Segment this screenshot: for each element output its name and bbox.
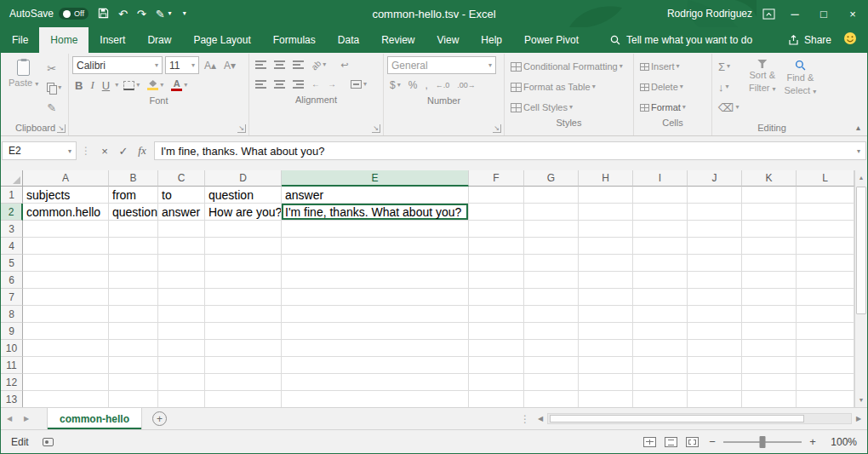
cell-I13[interactable] [633, 391, 688, 407]
cell-L11[interactable] [797, 357, 854, 374]
cell-F3[interactable] [469, 221, 524, 238]
cell-C2[interactable]: answer [158, 204, 205, 221]
cell-J1[interactable] [688, 187, 742, 204]
cell-styles-button[interactable]: Cell Styles▾ [508, 99, 630, 116]
normal-view-button[interactable] [643, 437, 656, 447]
cell-J7[interactable] [688, 289, 742, 306]
clear-dropdown-icon[interactable]: ▾ [735, 104, 739, 111]
formula-bar-expand-icon[interactable]: ▾ [857, 147, 865, 155]
increase-decimal-button[interactable]: ←.0 [433, 77, 453, 94]
cell-L13[interactable] [797, 391, 854, 407]
horizontal-scrollbar[interactable]: ◀ ▶ [534, 408, 867, 429]
merge-center-dropdown-icon[interactable]: ▾ [363, 81, 367, 88]
autosum-button[interactable]: Σ▾ [716, 58, 743, 75]
font-family-combo[interactable]: Calibri ▾ [72, 56, 163, 74]
row-header-1[interactable]: 1 [1, 187, 23, 204]
column-header-I[interactable]: I [633, 170, 688, 187]
cell-L9[interactable] [797, 323, 854, 340]
scroll-right-icon[interactable]: ▶ [852, 415, 865, 422]
cell-J9[interactable] [688, 323, 742, 340]
cell-H8[interactable] [579, 306, 633, 323]
cell-J4[interactable] [688, 238, 742, 255]
new-sheet-button[interactable]: + [152, 411, 167, 426]
cell-H11[interactable] [579, 357, 633, 374]
scroll-up-icon[interactable]: ▲ [855, 170, 867, 185]
cell-K5[interactable] [742, 255, 797, 272]
row-header-12[interactable]: 12 [1, 374, 23, 391]
cell-H13[interactable] [579, 391, 633, 407]
cell-A6[interactable] [23, 272, 109, 289]
save-icon[interactable] [98, 8, 109, 20]
currency-format-button[interactable]: $▾ [387, 77, 403, 94]
sort-filter-button[interactable]: Sort & Filter ▾ [746, 56, 779, 121]
cell-F2[interactable] [469, 204, 524, 221]
column-header-D[interactable]: D [205, 170, 282, 187]
cell-K2[interactable] [742, 204, 797, 221]
tab-formulas[interactable]: Formulas [262, 27, 327, 53]
cell-I2[interactable] [633, 204, 688, 221]
cell-H1[interactable] [579, 187, 633, 204]
align-top-button[interactable] [253, 56, 269, 73]
cell-G2[interactable] [524, 204, 579, 221]
cell-C13[interactable] [158, 391, 205, 407]
paste-dropdown-icon[interactable]: ▾ [35, 80, 38, 88]
row-header-6[interactable]: 6 [1, 272, 23, 289]
bold-button[interactable]: B [72, 77, 85, 94]
cell-I4[interactable] [633, 238, 688, 255]
cell-H6[interactable] [579, 272, 633, 289]
format-as-table-button[interactable]: Format as Table▾ [508, 78, 630, 95]
cell-I7[interactable] [633, 289, 688, 306]
zoom-level[interactable]: 100% [826, 436, 857, 448]
tab-home[interactable]: Home [39, 27, 89, 53]
wrap-text-button[interactable]: ↩ [338, 56, 351, 73]
clipboard-dialog-launcher[interactable]: ↘ [57, 124, 66, 133]
cell-B1[interactable]: from [109, 187, 158, 204]
cell-C10[interactable] [158, 340, 205, 357]
cell-L2[interactable] [797, 204, 854, 221]
cell-F6[interactable] [469, 272, 524, 289]
column-header-B[interactable]: B [109, 170, 158, 187]
cell-H10[interactable] [579, 340, 633, 357]
insert-cells-dropdown-icon[interactable]: ▾ [677, 63, 680, 70]
vertical-scroll-track[interactable] [855, 185, 867, 393]
copy-button[interactable]: ▾ [44, 79, 65, 96]
cell-J5[interactable] [688, 255, 742, 272]
maximize-button[interactable]: □ [809, 0, 838, 27]
cell-I9[interactable] [633, 323, 688, 340]
format-cells-dropdown-icon[interactable]: ▾ [682, 104, 686, 111]
row-header-5[interactable]: 5 [1, 255, 23, 272]
cell-B13[interactable] [109, 391, 158, 407]
cell-G11[interactable] [524, 357, 579, 374]
cell-E8[interactable] [282, 306, 469, 323]
cell-E5[interactable] [282, 255, 469, 272]
number-format-dropdown-icon[interactable]: ▾ [488, 62, 492, 69]
font-size-dropdown-icon[interactable]: ▾ [191, 62, 195, 69]
tab-draw[interactable]: Draw [136, 27, 182, 53]
paste-button[interactable]: Paste ▾ [6, 56, 41, 121]
close-button[interactable]: × [838, 0, 867, 27]
cell-A12[interactable] [23, 374, 109, 391]
cell-B5[interactable] [109, 255, 158, 272]
cell-C12[interactable] [158, 374, 205, 391]
cell-D12[interactable] [205, 374, 282, 391]
zoom-slider-thumb[interactable] [760, 436, 766, 448]
cancel-button[interactable]: × [95, 141, 114, 160]
enter-button[interactable]: ✓ [114, 141, 133, 160]
cell-C8[interactable] [158, 306, 205, 323]
cell-E6[interactable] [282, 272, 469, 289]
currency-dropdown-icon[interactable]: ▾ [397, 82, 401, 89]
cell-J2[interactable] [688, 204, 742, 221]
tab-view[interactable]: View [426, 27, 471, 53]
row-header-9[interactable]: 9 [1, 323, 23, 340]
align-right-button[interactable] [290, 76, 306, 93]
cell-I11[interactable] [633, 357, 688, 374]
cell-A13[interactable] [23, 391, 109, 407]
sheet-tab-common-hello[interactable]: common-hello [47, 408, 142, 429]
conditional-formatting-dropdown-icon[interactable]: ▾ [620, 63, 623, 70]
cell-K1[interactable] [742, 187, 797, 204]
alignment-dialog-launcher[interactable]: ↘ [372, 124, 380, 133]
column-header-C[interactable]: C [158, 170, 205, 187]
cell-L12[interactable] [797, 374, 854, 391]
insert-cells-button[interactable]: Insert▾ [637, 58, 708, 75]
cell-C3[interactable] [158, 221, 205, 238]
